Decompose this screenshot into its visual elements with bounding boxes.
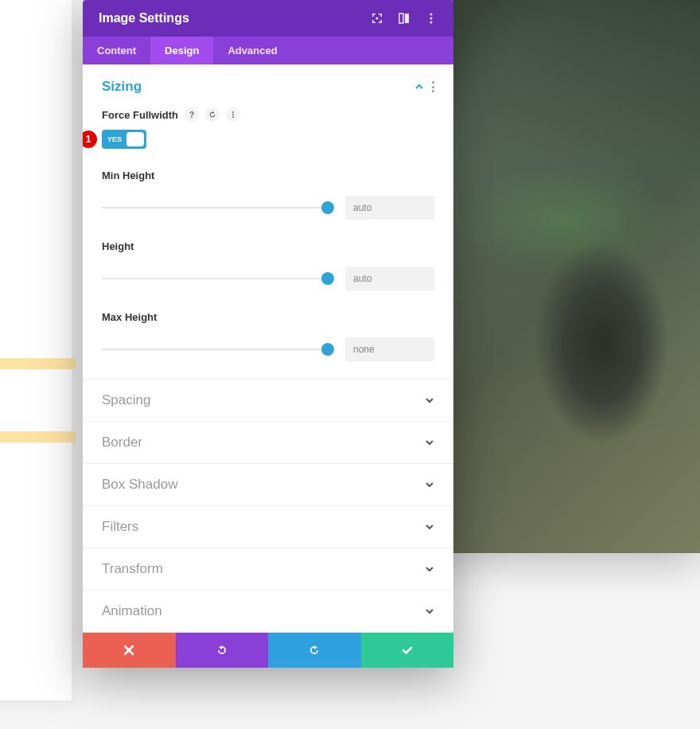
chevron-up-icon[interactable]: [414, 82, 424, 92]
svg-point-5: [430, 21, 433, 24]
modal-footer: [83, 633, 453, 668]
max-height-label: Max Height: [102, 311, 434, 323]
slider-thumb[interactable]: [321, 272, 334, 285]
force-fullwidth-row: Force Fullwidth ?: [102, 107, 434, 122]
slider-thumb[interactable]: [321, 343, 334, 356]
header-icons: [371, 12, 438, 25]
background-highlight: [0, 358, 76, 369]
svg-point-7: [232, 114, 234, 115]
svg-point-8: [232, 116, 234, 118]
tab-design[interactable]: Design: [150, 37, 213, 64]
snap-icon[interactable]: [398, 12, 410, 25]
section-animation[interactable]: Animation: [83, 591, 453, 633]
tab-advanced[interactable]: Advanced: [213, 37, 291, 64]
background-highlight: [0, 431, 76, 442]
toggle-label: YES: [107, 135, 122, 143]
chevron-down-icon: [425, 438, 434, 447]
section-box-shadow[interactable]: Box Shadow: [83, 464, 453, 506]
max-height-input[interactable]: [345, 337, 434, 361]
section-transform[interactable]: Transform: [83, 548, 453, 591]
slider-row: [102, 337, 434, 361]
chevron-down-icon: [425, 564, 434, 574]
min-height-label: Min Height: [102, 170, 434, 181]
force-fullwidth-toggle[interactable]: YES: [102, 130, 146, 149]
max-height-slider[interactable]: [102, 349, 328, 350]
svg-point-6: [232, 111, 234, 113]
max-height-field: Max Height: [102, 311, 434, 361]
more-icon[interactable]: [425, 12, 438, 25]
background-card: [0, 0, 72, 700]
chevron-down-icon: [425, 396, 434, 405]
section-label: Animation: [102, 603, 162, 619]
option-more-icon[interactable]: [226, 107, 240, 122]
save-button[interactable]: [361, 633, 454, 668]
undo-button[interactable]: [176, 633, 269, 668]
cancel-button[interactable]: [83, 633, 176, 668]
toggle-knob: [126, 132, 144, 146]
height-input[interactable]: [345, 267, 434, 290]
slider-row: [102, 267, 434, 290]
chevron-down-icon: [425, 606, 434, 616]
close-icon: [122, 644, 135, 657]
svg-point-0: [376, 18, 379, 20]
section-actions: [414, 81, 434, 92]
redo-icon: [308, 644, 321, 657]
modal-title: Image Settings: [99, 11, 189, 25]
section-header[interactable]: Sizing: [102, 79, 434, 95]
image-settings-modal: Image Settings Content Design Advanced S…: [83, 0, 453, 668]
kebab-icon[interactable]: [432, 81, 434, 92]
chevron-down-icon: [425, 522, 434, 532]
tabs: Content Design Advanced: [83, 37, 453, 64]
chevron-down-icon: [425, 480, 434, 489]
help-icon[interactable]: ?: [185, 107, 199, 122]
slider-row: [102, 196, 434, 220]
section-filters[interactable]: Filters: [83, 506, 453, 548]
svg-point-3: [430, 14, 433, 16]
slider-thumb[interactable]: [321, 201, 334, 214]
height-slider[interactable]: [102, 278, 328, 279]
section-title: Sizing: [102, 79, 142, 95]
min-height-input[interactable]: [345, 196, 434, 220]
force-fullwidth-label: Force Fullwidth: [102, 109, 178, 121]
svg-rect-1: [399, 14, 403, 23]
section-label: Spacing: [102, 392, 150, 408]
section-label: Transform: [102, 561, 163, 577]
callout-badge: 1: [83, 131, 97, 148]
section-label: Border: [102, 435, 142, 450]
section-sizing: Sizing Force Fullwidth ? 1 YES Min Heigh…: [83, 64, 453, 380]
reset-icon[interactable]: [205, 107, 220, 122]
section-border[interactable]: Border: [83, 422, 453, 464]
section-spacing[interactable]: Spacing: [83, 380, 453, 422]
undo-icon: [216, 644, 228, 657]
expand-icon[interactable]: [371, 12, 383, 25]
min-height-field: Min Height: [102, 170, 434, 220]
svg-rect-2: [405, 14, 409, 23]
section-label: Filters: [102, 519, 138, 535]
toggle-row: 1 YES: [102, 130, 434, 149]
svg-point-4: [430, 18, 433, 20]
redo-button[interactable]: [268, 633, 361, 668]
tab-content[interactable]: Content: [83, 37, 150, 64]
check-icon: [401, 644, 414, 657]
height-label: Height: [102, 240, 434, 252]
height-field: Height: [102, 240, 434, 290]
section-label: Box Shadow: [102, 477, 177, 493]
modal-header[interactable]: Image Settings: [83, 0, 453, 37]
min-height-slider[interactable]: [102, 207, 328, 209]
